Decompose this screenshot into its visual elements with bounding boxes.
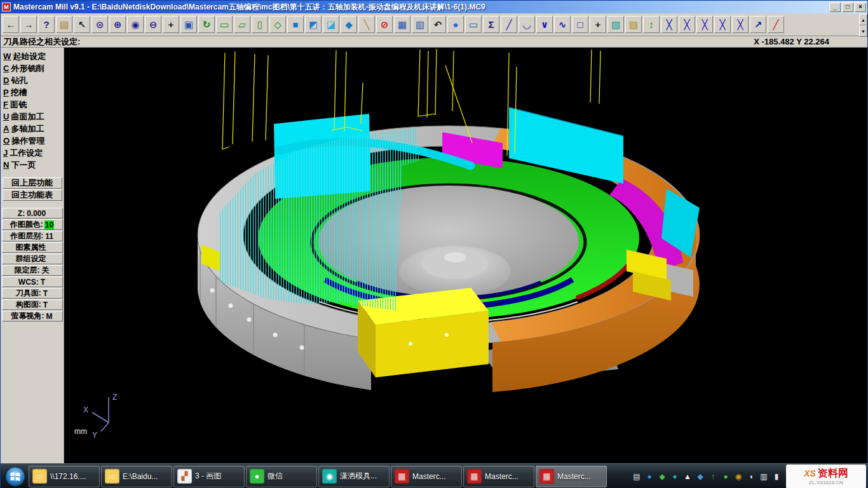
tray-pin-icon[interactable]: ◉ (733, 473, 744, 480)
cplane-iso-icon[interactable]: ◆ (341, 16, 357, 33)
trim-icon[interactable]: ╳ (661, 16, 677, 33)
analyze-icon[interactable]: Σ (483, 16, 499, 33)
main-toolbar: ← → ? ▤ ↖ ⊙ ⊕ (1, 13, 867, 36)
menu-item-surface[interactable]: U曲面加工 (1, 111, 64, 123)
taskbar-folder-2[interactable]: ▱ E:\Baidu... (101, 466, 172, 487)
tray-show-hidden-icon[interactable]: ▲ (682, 473, 693, 480)
menu-item-face[interactable]: F面铣 (1, 98, 64, 111)
screen-next-icon[interactable]: ▥ (412, 16, 428, 33)
line-icon[interactable]: ╱ (501, 16, 517, 33)
menu-item-job-setup[interactable]: W起始设定 (1, 50, 64, 62)
screen-window-icon[interactable]: ▦ (394, 16, 410, 33)
function-keys-icon[interactable]: ▤ (56, 16, 72, 33)
sketch-icon[interactable]: ╲ (358, 16, 375, 33)
tray-network-icon[interactable]: ▥ (758, 473, 770, 480)
taskbar-app-icon: ▦ (467, 469, 482, 484)
level-button[interactable]: 作图层别:11 (2, 231, 63, 241)
divide-icon[interactable]: ╳ (696, 16, 713, 33)
gview-top-icon[interactable]: ▭ (216, 16, 233, 33)
menu-item-pocket[interactable]: P挖槽 (1, 86, 64, 98)
tool-plane-button[interactable]: 刀具面:T (2, 288, 63, 299)
graphics-viewport[interactable]: Z X Y mm (64, 48, 867, 463)
point-icon[interactable]: + (590, 16, 606, 33)
zoom-window-icon[interactable]: ⊕ (109, 16, 126, 33)
cplane-top-icon[interactable]: ■ (287, 16, 304, 33)
tray-blue-ball-icon[interactable]: ● (644, 473, 655, 480)
menu-item-operations[interactable]: O操作管理 (1, 135, 64, 147)
graphics-area[interactable]: Z X Y mm (64, 48, 868, 463)
zoom-help-icon[interactable]: ⊙ (92, 16, 108, 33)
taskbar-app-icon: ▞ (177, 469, 192, 484)
taskbar-mold-app[interactable]: ◉ 潇洒模具... (318, 466, 390, 487)
screen-view-button[interactable]: 萤幕视角:M (2, 311, 63, 322)
gview-side-icon[interactable]: ▯ (252, 16, 268, 33)
taskbar-wechat[interactable]: ● 微信 (246, 466, 317, 487)
taskbar-mastercam-3[interactable]: ▦ Masterc... (536, 466, 607, 487)
tray-teal-ball-icon[interactable]: ● (669, 473, 681, 480)
mask-level-button[interactable]: 限定层:关 (2, 265, 63, 276)
wcs-button[interactable]: WCS:T (2, 276, 63, 287)
surface-icon[interactable]: ▨ (607, 16, 624, 33)
group-button[interactable]: 群组设定 (2, 254, 63, 264)
help-icon[interactable]: ? (38, 16, 55, 33)
arc-icon[interactable]: ◡ (519, 16, 535, 33)
attributes-button[interactable]: 图素属性 (2, 242, 63, 253)
toolbar-scroll-down[interactable]: ▼ (859, 25, 867, 37)
taskbar-mastercam-2[interactable]: ▦ Masterc... (463, 466, 534, 487)
tray-update-icon[interactable]: ↑ (707, 473, 719, 480)
offset-icon[interactable]: ╱ (768, 16, 784, 33)
taskbar-folder-1[interactable]: ▱ \\172.16.... (29, 466, 100, 487)
undo-icon[interactable]: ↶ (430, 16, 446, 33)
tray-green-ball-icon[interactable]: ● (720, 473, 731, 480)
dynamic-rotate-icon[interactable]: ↻ (198, 16, 215, 33)
tray-green-shield-icon[interactable]: ◆ (656, 473, 668, 480)
draw-color-button[interactable]: 作图颜色:10 (2, 219, 63, 230)
minimize-button[interactable]: _ (829, 3, 841, 12)
maximize-button[interactable]: □ (842, 3, 853, 12)
tray-signal-icon[interactable]: ▮ (771, 473, 782, 480)
taskbar-mastercam-1[interactable]: ▦ Masterc... (391, 466, 462, 487)
app-icon: M (2, 3, 11, 11)
cplane-front-icon[interactable]: ◩ (305, 16, 322, 33)
main-menu-button[interactable]: 回主功能表 (3, 189, 62, 201)
tray-security-icon[interactable]: ◆ (695, 473, 706, 480)
xform-icon[interactable]: ↗ (750, 16, 766, 33)
taskbar-paint[interactable]: ▞ 3 - 画图 (173, 466, 245, 487)
shading-icon[interactable]: ● (447, 16, 464, 33)
spline-icon[interactable]: ∿ (554, 16, 571, 33)
close-button[interactable]: × (855, 3, 866, 12)
menu-item-multiaxis[interactable]: A多轴加工 (1, 123, 64, 135)
toolbar-scroll-up[interactable]: ▲ (859, 14, 867, 25)
solids-icon[interactable]: ▧ (625, 16, 642, 33)
gview-front-icon[interactable]: ▱ (234, 16, 250, 33)
backup-button[interactable]: 回上层功能 (3, 177, 62, 189)
menu-item-next-page[interactable]: N下一页 (1, 159, 64, 171)
menu-item-drill[interactable]: D钻孔 (1, 74, 64, 86)
trim-2-icon[interactable]: ╳ (679, 16, 695, 33)
tray-volume-icon[interactable]: ◖ (745, 473, 757, 480)
construction-plane-button[interactable]: 构图面:T (2, 299, 63, 310)
cplane-side-icon[interactable]: ◪ (323, 16, 339, 33)
viewport-icon[interactable]: ▭ (465, 16, 482, 33)
join-icon[interactable]: ╳ (732, 16, 749, 33)
tray-doc-icon[interactable]: ▤ (631, 473, 642, 480)
zoom-out-icon[interactable]: ⊖ (145, 16, 161, 33)
break-icon[interactable]: ╳ (714, 16, 731, 33)
main-menu-panel: W起始设定 C外形铣削 D钻孔 P挖槽 F面铣 U曲面加工 A多轴加工 O操作管… (1, 48, 64, 463)
drafting-icon[interactable]: ↕ (643, 16, 660, 33)
z-depth-button[interactable]: Z:0.000 (2, 208, 63, 219)
gview-iso-icon[interactable]: ◇ (269, 16, 286, 33)
start-button[interactable] (2, 464, 29, 488)
fillet-icon[interactable]: ∨ (536, 16, 553, 33)
delete-icon[interactable]: ⊘ (376, 16, 393, 33)
zoom-target-icon[interactable]: ◉ (127, 16, 144, 33)
menu-item-contour[interactable]: C外形铣削 (1, 62, 64, 74)
menu-item-job-settings[interactable]: J工作设定 (1, 147, 64, 159)
pick-icon[interactable]: ↖ (74, 16, 90, 33)
rectangle-icon[interactable]: □ (572, 16, 588, 33)
watermark-logo: XS (804, 468, 816, 478)
forward-icon[interactable]: → (20, 16, 37, 33)
back-icon[interactable]: ← (3, 16, 19, 33)
repaint-icon[interactable]: ▣ (180, 16, 197, 33)
fit-screen-icon[interactable]: + (163, 16, 179, 33)
